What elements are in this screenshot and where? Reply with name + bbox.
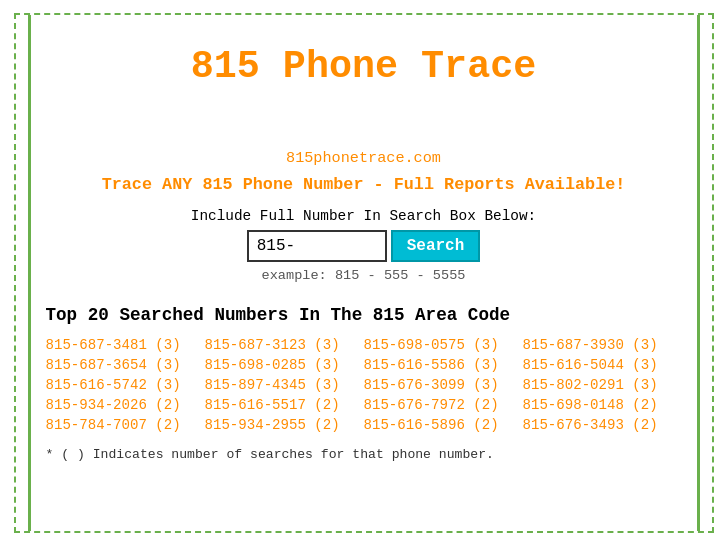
number-link[interactable]: 815-802-0291 (3) [523, 377, 682, 393]
search-example: example: 815 - 555 - 5555 [46, 268, 682, 283]
number-link[interactable]: 815-784-7007 (2) [46, 417, 205, 433]
number-link[interactable]: 815-687-3481 (3) [46, 337, 205, 353]
number-link[interactable]: 815-934-2026 (2) [46, 397, 205, 413]
number-link[interactable]: 815-934-2955 (2) [205, 417, 364, 433]
number-link[interactable]: 815-698-0148 (2) [523, 397, 682, 413]
tagline: Trace ANY 815 Phone Number - Full Report… [46, 175, 682, 194]
left-border-bar [28, 15, 32, 531]
search-input[interactable] [247, 230, 387, 262]
number-link[interactable]: 815-616-5586 (3) [364, 357, 523, 373]
number-link[interactable]: 815-698-0575 (3) [364, 337, 523, 353]
number-link[interactable]: 815-616-5896 (2) [364, 417, 523, 433]
number-link[interactable]: 815-676-3493 (2) [523, 417, 682, 433]
search-label: Include Full Number In Search Box Below: [46, 208, 682, 224]
number-link[interactable]: 815-616-5044 (3) [523, 357, 682, 373]
right-border-bar [696, 15, 700, 531]
page-title: 815 Phone Trace [46, 45, 682, 89]
number-link[interactable]: 815-687-3930 (3) [523, 337, 682, 353]
number-link[interactable]: 815-897-4345 (3) [205, 377, 364, 393]
tagline-any: ANY [162, 175, 192, 194]
number-link[interactable]: 815-676-3099 (3) [364, 377, 523, 393]
search-button[interactable]: Search [391, 230, 481, 262]
number-link[interactable]: 815-698-0285 (3) [205, 357, 364, 373]
number-link[interactable]: 815-687-3123 (3) [205, 337, 364, 353]
number-link[interactable]: 815-616-5742 (3) [46, 377, 205, 393]
number-link[interactable]: 815-687-3654 (3) [46, 357, 205, 373]
number-link[interactable]: 815-676-7972 (2) [364, 397, 523, 413]
tagline-end: 815 Phone Number - Full Reports Availabl… [192, 175, 625, 194]
footnote: * ( ) Indicates number of searches for t… [46, 447, 682, 462]
site-url: 815phonetrace.com [46, 149, 682, 167]
tagline-start: Trace [102, 175, 162, 194]
numbers-grid: 815-687-3481 (3)815-687-3123 (3)815-698-… [46, 337, 682, 433]
main-container: 815 Phone Trace 815phonetrace.com Trace … [14, 13, 714, 533]
search-row: Search [46, 230, 682, 262]
number-link[interactable]: 815-616-5517 (2) [205, 397, 364, 413]
top20-title: Top 20 Searched Numbers In The 815 Area … [46, 305, 682, 325]
